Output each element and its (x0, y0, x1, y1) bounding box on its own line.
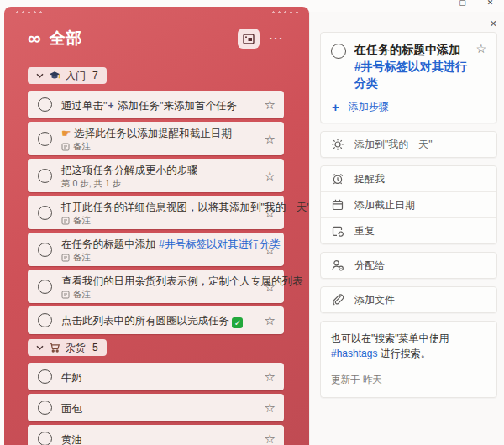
list-header: ∞ 全部 ··· (28, 27, 284, 50)
view-toggle-button[interactable] (238, 29, 260, 49)
add-step-button[interactable]: + 添加步骤 (332, 100, 486, 114)
task-row[interactable]: 把这项任务分解成更小的步骤 第 0 步, 共 1 步 ☆ (28, 159, 284, 192)
task-title: 面包 (61, 403, 82, 415)
detail-view-icon (243, 34, 255, 44)
detail-star-icon[interactable]: ☆ (475, 41, 486, 56)
section-header-row: 入门 7 (28, 67, 284, 84)
task-row[interactable]: 面包 ☆ (28, 394, 284, 421)
alarm-clock-icon (331, 172, 344, 186)
assign-card: 分配给 (320, 252, 497, 279)
task-checkbox[interactable] (38, 280, 52, 294)
task-list: 入门 7 通过单击"+ 添加任务"来添加首个任务 ☆ ☛ 选择此任务以添加提醒和… (28, 67, 284, 445)
add-due-date-button[interactable]: 添加截止日期 (321, 191, 496, 217)
detail-task-hashtag[interactable]: #井号标签以对其进行分类 (354, 60, 467, 90)
remind-me-button[interactable]: 提醒我 (321, 166, 496, 191)
add-step-label: 添加步骤 (349, 100, 389, 114)
task-checkbox[interactable] (38, 243, 52, 257)
minimize-icon[interactable]: — (421, 0, 449, 8)
repeat-label: 重复 (354, 224, 375, 238)
task-star-icon[interactable]: ☆ (265, 401, 276, 414)
task-star-icon[interactable]: ☆ (265, 280, 276, 293)
task-star-icon[interactable]: ☆ (265, 432, 276, 445)
task-title: 黄油 (61, 434, 82, 445)
task-title: 在任务的标题中添加 #井号标签以对其进行分类 (61, 238, 280, 250)
task-checkbox[interactable] (38, 132, 52, 146)
task-subtext: 备注 (61, 141, 258, 152)
note-hashtag-link[interactable]: #hashtags (331, 348, 377, 359)
graduation-cap-emoji (49, 71, 60, 81)
close-icon[interactable]: ✕ (476, 0, 504, 8)
section-header-pill[interactable]: 入门 7 (28, 67, 107, 84)
add-to-my-day-button[interactable]: 添加到"我的一天" (321, 132, 496, 157)
section-header-pill[interactable]: 杂货 5 (28, 339, 107, 356)
add-file-button[interactable]: 添加文件 (321, 287, 496, 312)
task-title: 把这项任务分解成更小的步骤 (61, 165, 198, 176)
calendar-icon (331, 198, 344, 212)
maximize-icon[interactable]: ▢ (449, 0, 476, 8)
chevron-down-icon (36, 73, 44, 78)
check-mark-emoji: ✓ (232, 317, 243, 327)
add-to-my-day-label: 添加到"我的一天" (354, 138, 433, 152)
add-due-date-label: 添加截止日期 (354, 198, 415, 212)
updated-timestamp: 更新于 昨天 (331, 373, 486, 387)
task-title: 牛奶 (61, 372, 82, 384)
schedule-card: 提醒我 添加截止日期 重复 (320, 165, 497, 244)
repeat-icon (331, 224, 344, 238)
more-options-button[interactable]: ··· (270, 34, 285, 43)
task-title: ☛ 选择此任务以添加提醒和截止日期 (61, 128, 232, 139)
window-titlebar: — ▢ ✕ (0, 0, 504, 12)
remind-me-label: 提醒我 (354, 172, 385, 186)
repeat-button[interactable]: 重复 (321, 217, 496, 243)
my-day-card: 添加到"我的一天" (320, 131, 497, 158)
section-count: 7 (92, 70, 98, 81)
task-subtext: 备注 (61, 289, 258, 300)
plus-icon: + (332, 102, 339, 113)
task-title: 点击此列表中的所有圆圈以完成任务 ✓ (61, 315, 243, 327)
task-row[interactable]: ☛ 选择此任务以添加提醒和截止日期 备注 ☆ (28, 122, 284, 155)
note-icon (61, 217, 70, 225)
task-row[interactable]: 查看我们的日用杂货列表示例，定制个人专属的列表 备注 ☆ (28, 270, 284, 303)
task-subtext: 备注 (61, 252, 258, 263)
task-row[interactable]: 打开此任务的详细信息视图，以将其添加到"我的一天" ☀ 备注 ☆ (28, 196, 284, 229)
section-name: 入门 (66, 69, 86, 83)
note-icon (61, 254, 70, 262)
task-row[interactable]: 通过单击"+ 添加任务"来添加首个任务 ☆ (28, 91, 284, 118)
note-card[interactable]: 也可以在"搜索"菜单中使用 #hashtags 进行搜索。 更新于 昨天 (320, 321, 497, 398)
task-star-icon[interactable]: ☆ (265, 370, 276, 383)
task-row[interactable]: 黄油 ☆ (28, 425, 284, 445)
detail-task-title: 在任务的标题中添加 #井号标签以对其进行分类 (354, 41, 467, 92)
task-star-icon[interactable]: ☆ (265, 170, 276, 182)
task-detail-panel: ✕ 在任务的标题中添加 #井号标签以对其进行分类 ☆ + 添加步骤 添加到"我的… (309, 12, 504, 445)
plus-emoji: + (107, 100, 114, 112)
section-header-row: 杂货 5 (28, 339, 284, 356)
sun-icon (331, 138, 344, 151)
task-checkbox[interactable] (38, 169, 52, 183)
task-star-icon[interactable]: ☆ (265, 133, 276, 145)
detail-close-icon[interactable]: ✕ (480, 17, 497, 32)
task-checkbox[interactable] (38, 97, 52, 112)
assign-to-button[interactable]: 分配给 (321, 253, 496, 278)
task-star-icon[interactable]: ☆ (265, 314, 276, 327)
task-checkbox[interactable] (38, 369, 52, 384)
chevron-down-icon (36, 345, 44, 350)
section-count: 5 (92, 342, 98, 353)
task-hashtag[interactable]: #井号标签以对其进行分类 (159, 238, 280, 250)
add-file-label: 添加文件 (354, 293, 395, 307)
detail-task-checkbox[interactable] (331, 44, 346, 59)
task-title: 通过单击"+ 添加任务"来添加首个任务 (61, 100, 237, 112)
task-row[interactable]: 在任务的标题中添加 #井号标签以对其进行分类 备注 ☆ (28, 233, 284, 266)
page-title: 全部 (50, 28, 82, 50)
detail-title-card: 在任务的标题中添加 #井号标签以对其进行分类 ☆ + 添加步骤 (320, 32, 497, 123)
paperclip-icon (331, 293, 344, 306)
task-star-icon[interactable]: ☆ (265, 207, 276, 219)
task-checkbox[interactable] (38, 206, 52, 220)
assign-person-icon (331, 259, 344, 272)
task-checkbox[interactable] (38, 432, 52, 445)
task-row[interactable]: 牛奶 ☆ (28, 363, 284, 390)
task-star-icon[interactable]: ☆ (265, 243, 276, 256)
task-star-icon[interactable]: ☆ (265, 98, 276, 111)
task-checkbox[interactable] (38, 400, 52, 415)
task-checkbox[interactable] (38, 313, 52, 327)
shopping-cart-emoji (49, 342, 60, 353)
task-row[interactable]: 点击此列表中的所有圆圈以完成任务 ✓ ☆ (28, 306, 284, 334)
